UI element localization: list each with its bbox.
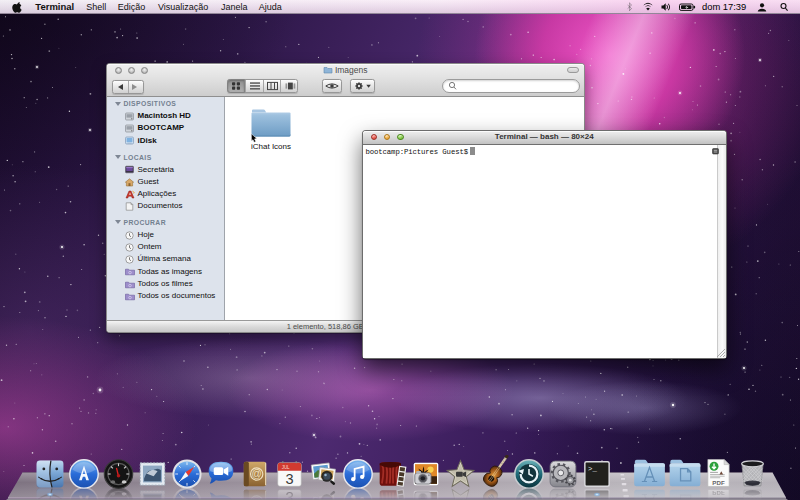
svg-text:dom 17:39: dom 17:39 [702, 1, 746, 12]
